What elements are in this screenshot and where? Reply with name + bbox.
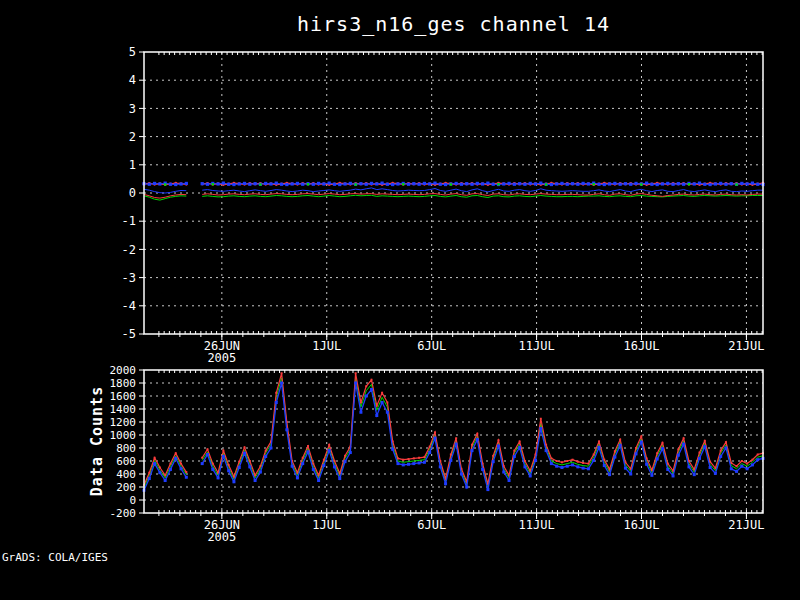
marker-counts-blue [211, 468, 214, 471]
marker-blue-marker-band [418, 183, 421, 186]
marker-blue-marker-band [476, 182, 479, 185]
ytick-label: 1000 [110, 429, 137, 442]
ytick-label: -5 [122, 327, 136, 341]
xtick-label: 6JUL [417, 518, 446, 532]
minor-tick-marks [159, 370, 762, 513]
marker-blue-marker-band [158, 182, 161, 185]
marker-counts-blue [381, 401, 384, 404]
ytick-label: -1 [122, 214, 136, 228]
marker-counts-blue [269, 447, 272, 450]
marker-blue-marker-band [439, 183, 442, 186]
marker-counts-blue [238, 466, 241, 469]
marker-green-marker-specks [354, 183, 356, 185]
marker-blue-marker-band [566, 183, 569, 186]
marker-counts-red [513, 450, 515, 452]
marker-counts-blue [375, 414, 378, 417]
marker-blue-marker-band [227, 183, 230, 186]
marker-counts-red [159, 467, 161, 469]
marker-counts-red [587, 463, 589, 465]
ytick-label: 2 [129, 130, 136, 144]
marker-counts-red [333, 460, 335, 462]
marker-green-marker-specks [640, 183, 642, 185]
marker-counts-blue [227, 469, 230, 472]
marker-blue-marker-band [317, 182, 320, 185]
marker-blue-marker-band [751, 182, 754, 185]
marker-blue-marker-band [539, 182, 542, 185]
marker-blue-marker-band [174, 183, 177, 186]
marker-counts-blue [217, 476, 220, 479]
marker-blue-marker-band [746, 182, 749, 185]
marker-counts-blue [492, 460, 495, 463]
ytick-label: 200 [116, 481, 136, 494]
marker-counts-blue [180, 467, 183, 470]
marker-blue-marker-band [349, 182, 352, 185]
marker-blue-marker-band [587, 182, 590, 185]
marker-counts-red [556, 460, 558, 462]
marker-counts-red [746, 463, 748, 465]
marker-counts-red [497, 439, 499, 441]
marker-counts-blue [243, 452, 246, 455]
marker-counts-blue [550, 462, 553, 465]
marker-counts-blue [740, 465, 743, 468]
marker-blue-marker-band [386, 183, 389, 186]
marker-green-marker-specks [307, 183, 309, 185]
marker-blue-marker-band [645, 182, 648, 185]
marker-counts-red [222, 450, 224, 452]
marker-counts-blue [344, 460, 347, 463]
marker-counts-red [318, 474, 320, 476]
marker-counts-blue [497, 445, 500, 448]
marker-counts-blue [264, 455, 267, 458]
marker-counts-red [154, 457, 156, 459]
marker-counts-red [455, 437, 457, 439]
marker-counts-blue [296, 476, 299, 479]
marker-counts-blue [428, 451, 431, 454]
marker-counts-blue [275, 401, 278, 404]
marker-blue-marker-band [222, 182, 225, 185]
marker-counts-blue [349, 451, 352, 454]
marker-blue-marker-band [312, 183, 315, 186]
marker-blue-marker-band [650, 183, 653, 186]
marker-counts-blue [418, 461, 421, 464]
marker-counts-red [408, 458, 410, 460]
grads-plot-screen: hirs3_n16_ges channel 14 543210-1-2-3-4-… [0, 0, 800, 600]
marker-counts-blue [465, 486, 468, 489]
marker-counts-blue [359, 411, 362, 414]
ytick-label: 800 [116, 442, 136, 455]
marker-blue-marker-band [502, 182, 505, 185]
marker-green-marker-specks [212, 183, 214, 185]
ytick-label: 2000 [110, 364, 137, 377]
marker-counts-red [201, 457, 203, 459]
marker-blue-marker-band [185, 182, 188, 185]
marker-counts-red [281, 372, 283, 374]
marker-counts-red [307, 445, 309, 447]
marker-blue-marker-band [375, 182, 378, 185]
marker-counts-blue [735, 470, 738, 473]
marker-blue-marker-band [571, 182, 574, 185]
marker-counts-blue [709, 466, 712, 469]
marker-counts-blue [259, 471, 262, 474]
xtick-label: 6JUL [417, 339, 446, 353]
marker-counts-blue [682, 443, 685, 446]
marker-counts-blue [333, 465, 336, 468]
marker-counts-blue [576, 465, 579, 468]
marker-blue-marker-band [486, 182, 489, 185]
marker-counts-red [275, 392, 277, 394]
marker-blue-marker-band [370, 182, 373, 185]
marker-counts-red [360, 402, 362, 404]
marker-blue-marker-band [148, 183, 151, 186]
marker-counts-blue [338, 477, 341, 480]
marker-blue-marker-band [492, 183, 495, 186]
marker-counts-red [302, 457, 304, 459]
marker-counts-red [180, 463, 182, 465]
ytick-label: 3 [129, 102, 136, 116]
marker-counts-blue [592, 459, 595, 462]
year-label: 2005 [207, 530, 236, 544]
marker-counts-red [386, 402, 388, 404]
marker-counts-red [233, 476, 235, 478]
marker-counts-blue [587, 467, 590, 470]
marker-counts-blue [148, 477, 151, 480]
marker-counts-red [550, 457, 552, 459]
marker-blue-marker-band [703, 183, 706, 186]
marker-blue-marker-band [264, 182, 267, 185]
marker-counts-red [376, 405, 378, 407]
